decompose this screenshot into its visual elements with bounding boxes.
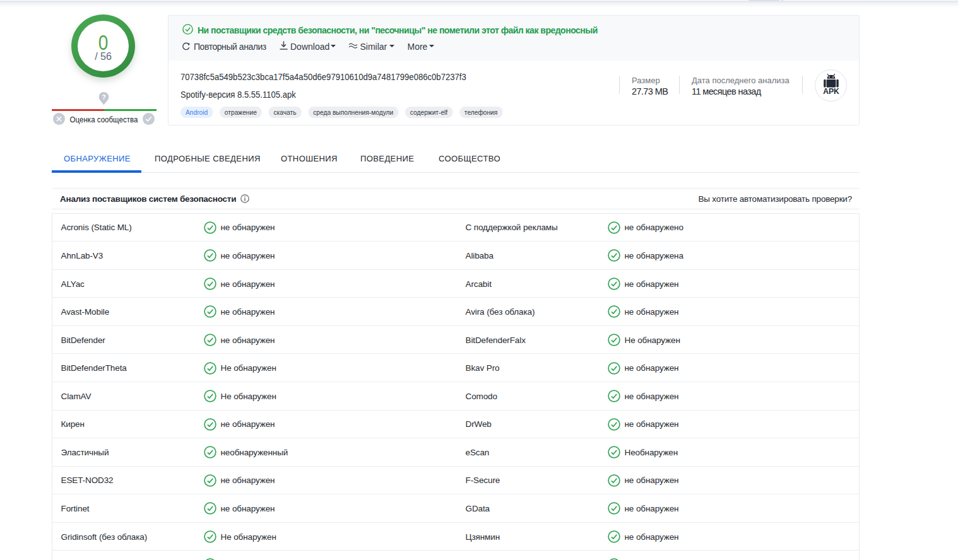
svg-text:APK: APK bbox=[823, 87, 839, 95]
svg-text:?: ? bbox=[102, 93, 106, 101]
